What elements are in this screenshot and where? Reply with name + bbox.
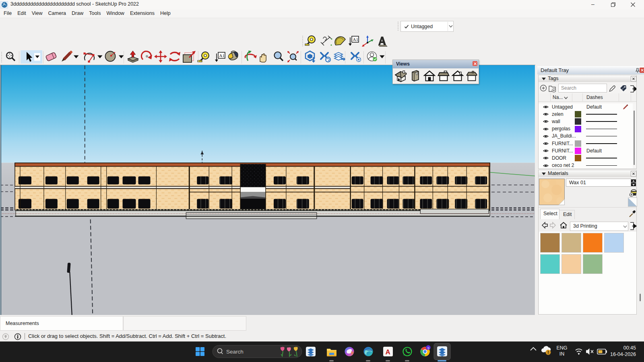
svg-text:ENG: ENG bbox=[556, 345, 567, 351]
svg-text:Search: Search bbox=[226, 349, 244, 355]
svg-text:IN: IN bbox=[559, 351, 565, 357]
svg-text:A1: A1 bbox=[219, 53, 225, 58]
svg-text:00:45: 00:45 bbox=[623, 345, 636, 351]
svg-text:S: S bbox=[427, 346, 429, 350]
svg-text:A: A bbox=[386, 348, 390, 356]
svg-text:16-04-2026: 16-04-2026 bbox=[610, 352, 636, 357]
svg-text:A1: A1 bbox=[353, 37, 358, 42]
